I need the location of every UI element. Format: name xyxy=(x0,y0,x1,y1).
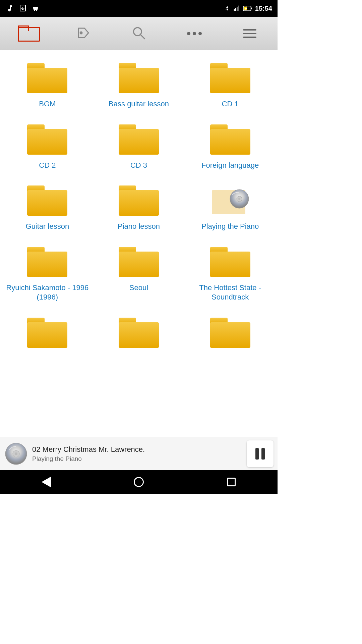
search-button[interactable] xyxy=(125,20,152,47)
tag-view-button[interactable] xyxy=(70,20,97,47)
recents-icon xyxy=(227,478,236,486)
folder-item-piano-lesson[interactable]: Piano lesson xyxy=(95,179,183,234)
back-button[interactable] xyxy=(35,470,58,494)
now-playing-info: 02 Merry Christmas Mr. Lawrence. Playing… xyxy=(32,445,243,463)
svg-rect-4 xyxy=(238,6,239,11)
folder-label-playing-the-piano: Playing the Piano xyxy=(201,222,259,231)
folder-label-piano-lesson: Piano lesson xyxy=(118,222,160,231)
folder-item-more1[interactable] xyxy=(3,312,92,354)
folder-label-cd2: CD 2 xyxy=(39,161,56,170)
pause-button[interactable] xyxy=(247,440,274,467)
recents-button[interactable] xyxy=(220,470,243,494)
folder-item-more2[interactable] xyxy=(95,312,183,354)
now-playing-bar[interactable]: 02 Merry Christmas Mr. Lawrence. Playing… xyxy=(0,437,278,470)
folder-item-more3[interactable] xyxy=(186,312,274,354)
folder-item-bgm[interactable]: BGM xyxy=(3,57,92,112)
folder-item-cd2[interactable]: CD 2 xyxy=(3,118,92,173)
folder-label-foreign-language: Foreign language xyxy=(201,161,259,170)
folder-item-foreign-language[interactable]: Foreign language xyxy=(186,118,274,173)
cd-icon xyxy=(212,185,249,216)
folder-item-seoul[interactable]: Seoul xyxy=(95,241,183,305)
folder-icon xyxy=(18,25,38,42)
folder-item-guitar-lesson[interactable]: Guitar lesson xyxy=(3,179,92,234)
status-right: 15:54 xyxy=(224,5,272,12)
android-icon xyxy=(31,4,40,13)
menu-icon xyxy=(243,29,256,38)
menu-button[interactable] xyxy=(236,20,263,47)
folder-item-playing-the-piano[interactable]: Playing the Piano xyxy=(186,179,274,234)
time-display: 15:54 xyxy=(255,5,272,12)
now-playing-title: 02 Merry Christmas Mr. Lawrence. xyxy=(32,445,243,454)
status-bar: 15:54 xyxy=(0,0,278,17)
folder-view-button[interactable] xyxy=(14,20,41,47)
folder-label-ryuichi-sakamoto: Ryuichi Sakamoto - 1996 (1996) xyxy=(5,283,90,302)
folder-label-cd1: CD 1 xyxy=(222,99,239,109)
back-icon xyxy=(42,477,51,487)
album-art xyxy=(4,442,28,466)
pause-icon xyxy=(255,448,265,460)
folder-label-guitar-lesson: Guitar lesson xyxy=(26,222,69,231)
svg-point-14 xyxy=(238,198,240,200)
folder-item-cd1[interactable]: CD 1 xyxy=(186,57,274,112)
folder-label-cd3: CD 3 xyxy=(130,161,147,170)
folder-grid: BGM Bass guitar lesson CD 1 CD 2 xyxy=(0,50,278,357)
folder-label-seoul: Seoul xyxy=(129,283,148,293)
svg-rect-2 xyxy=(235,8,236,11)
search-icon xyxy=(131,25,146,42)
download-icon xyxy=(18,4,27,13)
folder-item-cd3[interactable]: CD 3 xyxy=(95,118,183,173)
svg-point-9 xyxy=(133,28,141,36)
status-icons-left xyxy=(5,4,40,13)
music-icon xyxy=(5,4,15,13)
navigation-bar xyxy=(0,470,278,494)
svg-rect-1 xyxy=(234,9,235,11)
folder-item-the-hottest-state[interactable]: The Hottest State - Soundtrack xyxy=(186,241,274,305)
svg-point-17 xyxy=(15,452,17,455)
signal-icon xyxy=(233,5,240,12)
battery-icon xyxy=(243,5,252,12)
bluetooth-icon xyxy=(224,5,230,12)
svg-rect-6 xyxy=(251,7,252,9)
home-icon xyxy=(134,477,144,487)
toolbar xyxy=(0,17,278,50)
more-options-button[interactable] xyxy=(181,20,208,47)
folder-item-bass-guitar-lesson[interactable]: Bass guitar lesson xyxy=(95,57,183,112)
folder-item-ryuichi-sakamoto[interactable]: Ryuichi Sakamoto - 1996 (1996) xyxy=(3,241,92,305)
more-icon xyxy=(187,32,202,35)
tag-icon xyxy=(75,25,91,42)
svg-rect-3 xyxy=(237,7,238,11)
folder-label-bgm: BGM xyxy=(39,99,56,109)
svg-line-10 xyxy=(140,35,145,39)
now-playing-subtitle: Playing the Piano xyxy=(32,455,243,463)
folder-label-bass-guitar-lesson: Bass guitar lesson xyxy=(109,99,169,109)
home-button[interactable] xyxy=(127,470,150,494)
folder-label-the-hottest-state: The Hottest State - Soundtrack xyxy=(187,283,273,302)
svg-point-8 xyxy=(80,32,82,34)
